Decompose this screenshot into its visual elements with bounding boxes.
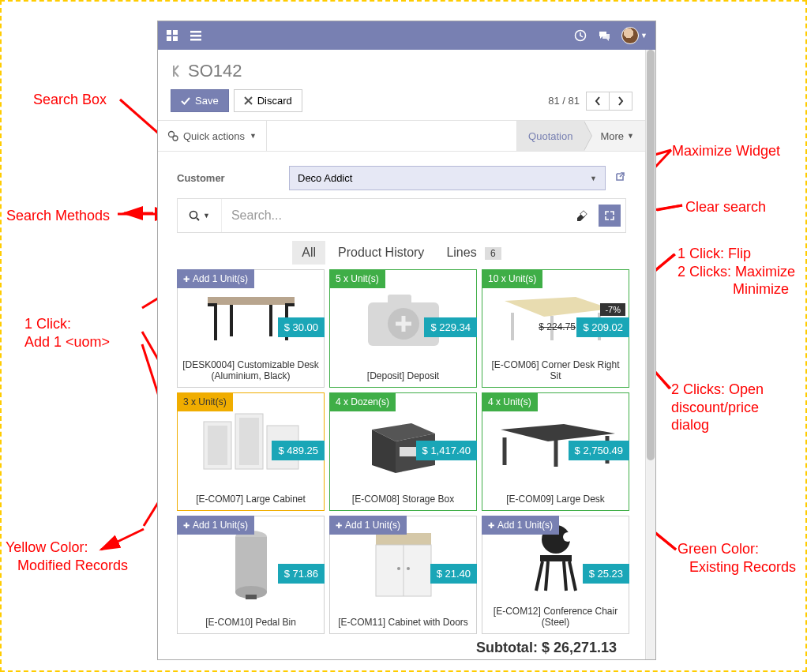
product-price[interactable]: $ 489.25 bbox=[272, 441, 325, 460]
svg-point-27 bbox=[173, 136, 178, 141]
caret-down-icon: ▼ bbox=[203, 212, 210, 220]
svg-rect-21 bbox=[173, 36, 178, 41]
product-price[interactable]: $ 25.23 bbox=[583, 564, 629, 584]
svg-rect-44 bbox=[239, 418, 259, 465]
svg-rect-23 bbox=[190, 35, 201, 37]
product-name: [E-COM10] Pedal Bin bbox=[178, 613, 324, 633]
product-badge[interactable]: 4 x Unit(s) bbox=[482, 392, 538, 411]
product-price[interactable]: $ 1,417.40 bbox=[416, 441, 477, 460]
product-card[interactable]: 3 x Unit(s)$ 489.25[E-COM07] Large Cabin… bbox=[177, 392, 325, 511]
scrollbar-thumb[interactable] bbox=[647, 50, 655, 460]
external-link-icon[interactable] bbox=[614, 171, 626, 186]
tab-lines[interactable]: Lines 6 bbox=[437, 241, 510, 265]
status-quotation[interactable]: Quotation bbox=[516, 121, 584, 151]
product-card[interactable]: 10 x Unit(s)-7%$ 224.75$ 209.02[E-COM06]… bbox=[482, 269, 629, 388]
svg-point-53 bbox=[397, 567, 400, 570]
product-price[interactable]: $ 209.02 bbox=[576, 317, 629, 337]
product-badge[interactable]: ✚Add 1 Unit(s) bbox=[177, 516, 254, 535]
caret-down-icon: ▼ bbox=[250, 132, 257, 140]
discard-button[interactable]: Discard bbox=[234, 89, 302, 112]
product-price[interactable]: $ 21.40 bbox=[430, 564, 477, 584]
eraser-icon bbox=[575, 209, 587, 222]
menu-icon[interactable] bbox=[190, 29, 202, 42]
check-icon bbox=[181, 96, 190, 106]
product-badge-label: Add 1 Unit(s) bbox=[193, 273, 248, 284]
tab-product-history[interactable]: Product History bbox=[328, 241, 434, 265]
discard-button-label: Discard bbox=[257, 95, 292, 107]
pager-prev-button[interactable] bbox=[586, 92, 610, 111]
customer-label: Customer bbox=[177, 172, 272, 184]
subtotal-label: Subtotal: bbox=[476, 640, 538, 655]
search-mode-button[interactable]: ▼ bbox=[178, 199, 222, 232]
product-name: [Deposit] Deposit bbox=[330, 366, 476, 387]
product-price[interactable]: $ 229.34 bbox=[424, 317, 477, 337]
quick-actions-label: Quick actions bbox=[183, 130, 245, 142]
product-price[interactable]: $ 2,750.49 bbox=[569, 441, 629, 460]
product-badge-label: Add 1 Unit(s) bbox=[345, 520, 400, 531]
apps-icon[interactable] bbox=[166, 29, 178, 42]
save-button-label: Save bbox=[195, 95, 219, 107]
product-badge[interactable]: ✚Add 1 Unit(s) bbox=[482, 516, 559, 535]
subtotal-value: $ 26,271.13 bbox=[542, 640, 617, 655]
product-badge-label: 5 x Unit(s) bbox=[336, 273, 379, 284]
product-card[interactable]: 5 x Unit(s)$ 229.34[Deposit] Deposit bbox=[329, 269, 477, 388]
pager-next-button[interactable] bbox=[610, 92, 632, 111]
svg-line-29 bbox=[197, 218, 199, 220]
tab-all[interactable]: All bbox=[292, 241, 325, 265]
search-bar: ▼ bbox=[177, 198, 626, 233]
svg-point-54 bbox=[407, 567, 410, 570]
main-area: SO142 Save Discard 81 / 81 bbox=[158, 50, 646, 659]
product-badge-label: 4 x Unit(s) bbox=[488, 396, 531, 407]
svg-rect-31 bbox=[208, 297, 295, 305]
caret-down-icon: ▼ bbox=[590, 175, 597, 182]
product-card[interactable]: ✚Add 1 Unit(s)$ 21.40[E-COM11] Cabinet w… bbox=[329, 516, 477, 634]
plus-icon: ✚ bbox=[488, 521, 494, 530]
svg-rect-24 bbox=[190, 39, 201, 41]
product-price[interactable]: $ 30.00 bbox=[278, 317, 325, 337]
anno-search-methods: Search Methods bbox=[6, 207, 110, 225]
quick-actions-button[interactable]: Quick actions ▼ bbox=[158, 121, 267, 151]
svg-rect-18 bbox=[167, 30, 171, 35]
product-name: [E-COM06] Corner Desk Right Sit bbox=[482, 355, 629, 387]
product-price[interactable]: $ 71.86 bbox=[278, 564, 325, 584]
product-card[interactable]: 4 x Dozen(s)$ 1,417.40[E-COM08] Storage … bbox=[329, 392, 477, 511]
svg-rect-19 bbox=[173, 30, 178, 35]
product-badge[interactable]: ✚Add 1 Unit(s) bbox=[329, 516, 407, 535]
clear-search-button[interactable] bbox=[565, 199, 597, 232]
navbar: ▼ bbox=[158, 21, 655, 50]
breadcrumb: SO142 bbox=[158, 50, 645, 89]
product-card[interactable]: ✚Add 1 Unit(s)$ 25.23[E-COM12] Conferenc… bbox=[482, 516, 629, 634]
plus-icon: ✚ bbox=[183, 521, 190, 530]
status-quotation-label: Quotation bbox=[528, 130, 572, 142]
product-badge[interactable]: ✚Add 1 Unit(s) bbox=[177, 269, 254, 288]
search-input[interactable] bbox=[222, 199, 565, 232]
product-card[interactable]: ✚Add 1 Unit(s)$ 30.00[DESK0004] Customiz… bbox=[177, 269, 325, 388]
chevron-right-icon bbox=[617, 96, 624, 106]
svg-rect-22 bbox=[190, 31, 201, 33]
product-badge[interactable]: 3 x Unit(s) bbox=[177, 392, 233, 411]
product-badge-label: 3 x Unit(s) bbox=[183, 396, 227, 407]
plus-icon: ✚ bbox=[183, 275, 190, 283]
product-badge-label: Add 1 Unit(s) bbox=[193, 520, 248, 531]
chat-icon[interactable] bbox=[598, 29, 610, 42]
clock-icon[interactable] bbox=[574, 29, 587, 42]
product-card[interactable]: ✚Add 1 Unit(s)$ 71.86[E-COM10] Pedal Bin bbox=[177, 516, 325, 634]
product-badge[interactable]: 10 x Unit(s) bbox=[482, 269, 542, 288]
status-more[interactable]: More ▼ bbox=[584, 121, 645, 151]
pager-text: 81 / 81 bbox=[548, 95, 580, 107]
user-menu[interactable]: ▼ bbox=[621, 27, 647, 44]
caret-down-icon: ▼ bbox=[627, 132, 634, 140]
svg-rect-20 bbox=[167, 36, 171, 41]
customer-select[interactable]: Deco Addict ▼ bbox=[289, 166, 606, 190]
save-button[interactable]: Save bbox=[171, 89, 229, 112]
tab-lines-label: Lines bbox=[446, 246, 476, 259]
avatar bbox=[621, 27, 639, 44]
product-badge-label: 4 x Dozen(s) bbox=[336, 396, 389, 407]
anno-open-dialog: 2 Clicks: Open discount/price dialog bbox=[671, 381, 764, 434]
product-old-price: $ 224.75 bbox=[539, 321, 576, 332]
breadcrumb-prev-icon[interactable] bbox=[171, 64, 183, 78]
maximize-widget-button[interactable] bbox=[599, 205, 621, 227]
product-card[interactable]: 4 x Unit(s)$ 2,750.49[E-COM09] Large Des… bbox=[482, 392, 629, 511]
product-badge[interactable]: 5 x Unit(s) bbox=[329, 269, 385, 288]
product-badge[interactable]: 4 x Dozen(s) bbox=[329, 392, 396, 411]
